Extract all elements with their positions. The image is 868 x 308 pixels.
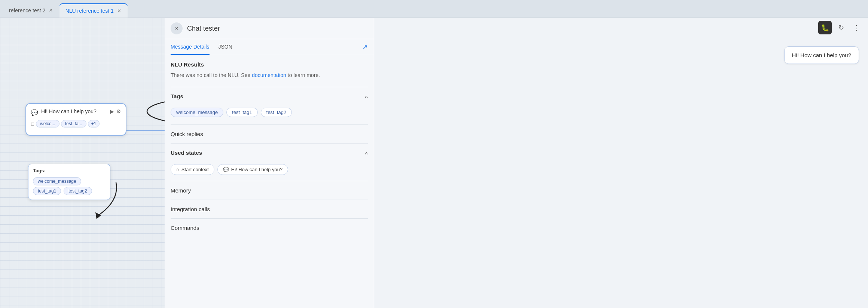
tab-close-btn[interactable]: × xyxy=(48,7,53,13)
tab-json[interactable]: JSON xyxy=(218,39,232,55)
panel-tabs: Message Details JSON ↗ xyxy=(165,39,374,55)
bot-message: Hi! How can I help you? xyxy=(784,46,859,64)
chat-tester-header: × Chat tester xyxy=(165,18,374,39)
debug-icon: 🐛 xyxy=(821,24,829,32)
node-settings-btn[interactable]: ⚙ xyxy=(116,108,121,114)
state-chip-welcome[interactable]: 💬 Hi! How can I help you? xyxy=(217,164,288,175)
divider-4 xyxy=(171,181,368,181)
node-actions: ▶ ⚙ xyxy=(110,108,121,114)
connector-line xyxy=(126,130,165,131)
panel-content: NLU Results There was no call to the NLU… xyxy=(165,55,374,308)
mini-tag-1: welco... xyxy=(36,120,59,127)
popup-tag-2: test_tag1 xyxy=(33,187,61,195)
tab-label: reference test 2 xyxy=(9,7,45,13)
tags-title: Tags xyxy=(171,93,183,99)
tags-collapse-btn[interactable]: ^ xyxy=(365,95,368,102)
tag-chip-2: test_tag1 xyxy=(226,108,258,117)
annotation-circle xyxy=(145,96,165,126)
commands-title: Commands xyxy=(171,225,368,231)
node-title: Hi! How can I help you? xyxy=(41,108,107,114)
nlu-results-text: There was no call to the NLU. See docume… xyxy=(171,71,368,79)
tag-chip-3: test_tag2 xyxy=(261,108,292,117)
state-chip-start-context[interactable]: ⌂ Start context xyxy=(171,164,214,175)
tab-bar: reference test 2 × NLU reference test 1 … xyxy=(0,0,868,18)
more-icon: ⋮ xyxy=(853,24,860,31)
quick-replies-title: Quick replies xyxy=(171,131,368,137)
tag-chip-1: welcome_message xyxy=(171,108,223,117)
home-icon: ⌂ xyxy=(176,167,179,172)
more-options-btn[interactable]: ⋮ xyxy=(851,21,862,34)
tags-popup-title: Tags: xyxy=(33,168,106,173)
state-chips: ⌂ Start context 💬 Hi! How can I help you… xyxy=(171,164,368,175)
tags-container: welcome_message test_tag1 test_tag2 xyxy=(171,108,368,117)
divider-3 xyxy=(171,143,368,144)
divider-6 xyxy=(171,218,368,219)
divider-1 xyxy=(171,87,368,87)
integration-calls-title: Integration calls xyxy=(171,206,368,212)
debug-btn[interactable]: 🐛 xyxy=(818,21,832,34)
tags-section-header: Tags ^ xyxy=(171,93,368,103)
chat-messages: Hi! How can I help you? xyxy=(374,37,868,308)
popup-tag-1: welcome_message xyxy=(33,177,81,185)
tags-popup: Tags: welcome_message test_tag1 test_tag… xyxy=(28,164,110,200)
welcome-state-label: Hi! How can I help you? xyxy=(231,167,282,172)
chat-icon: 💬 xyxy=(31,109,38,116)
svg-marker-1 xyxy=(95,212,101,219)
tab-close-btn[interactable]: × xyxy=(117,8,122,14)
chat-tester-title: Chat tester xyxy=(187,25,220,33)
tag-icon: ◻ xyxy=(31,121,34,126)
start-context-label: Start context xyxy=(181,167,209,172)
close-icon: × xyxy=(175,25,178,31)
nlu-docs-link[interactable]: documentation xyxy=(252,72,288,78)
node-header: 💬 Hi! How can I help you? ▶ ⚙ xyxy=(31,108,121,116)
message-icon: 💬 xyxy=(223,167,229,172)
tab-message-details[interactable]: Message Details xyxy=(171,39,210,55)
chat-toolbar: 🐛 ↻ ⋮ xyxy=(374,18,868,37)
svg-point-0 xyxy=(147,98,165,125)
divider-5 xyxy=(171,200,368,200)
memory-title: Memory xyxy=(171,187,368,194)
popup-tag-3: test_tag2 xyxy=(64,187,92,195)
tab-reference-test-2[interactable]: reference test 2 × xyxy=(3,3,59,18)
node-play-btn[interactable]: ▶ xyxy=(110,108,114,114)
tab-label: NLU reference test 1 xyxy=(65,8,114,14)
used-states-title: Used states xyxy=(171,150,202,156)
close-chat-tester-btn[interactable]: × xyxy=(171,22,183,34)
used-states-collapse-btn[interactable]: ^ xyxy=(365,151,368,158)
used-states-header: Used states ^ xyxy=(171,150,368,160)
mini-tag-2: test_ta... xyxy=(61,120,86,127)
chat-tester-panel: × Chat tester Message Details JSON ↗ NLU… xyxy=(165,18,374,308)
refresh-btn[interactable]: ↻ xyxy=(836,21,846,34)
nlu-results-title: NLU Results xyxy=(171,61,368,68)
chat-area: 🐛 ↻ ⋮ Hi! How can I help you? xyxy=(374,18,868,308)
refresh-icon: ↻ xyxy=(838,24,844,31)
node-card: 💬 Hi! How can I help you? ▶ ⚙ ◻ welco...… xyxy=(25,103,126,136)
mini-tag-more[interactable]: +1 xyxy=(88,120,100,127)
main-content: 💬 Hi! How can I help you? ▶ ⚙ ◻ welco...… xyxy=(0,18,868,308)
node-tags-row: ◻ welco... test_ta... +1 xyxy=(31,120,121,127)
expand-btn[interactable]: ↗ xyxy=(362,39,368,55)
canvas-area: 💬 Hi! How can I help you? ▶ ⚙ ◻ welco...… xyxy=(0,18,165,308)
used-states-section: Used states ^ ⌂ Start context 💬 Hi! How … xyxy=(171,150,368,175)
divider-2 xyxy=(171,124,368,125)
bot-message-text: Hi! How can I help you? xyxy=(792,52,851,58)
tab-nlu-reference-test-1[interactable]: NLU reference test 1 × xyxy=(59,3,128,18)
